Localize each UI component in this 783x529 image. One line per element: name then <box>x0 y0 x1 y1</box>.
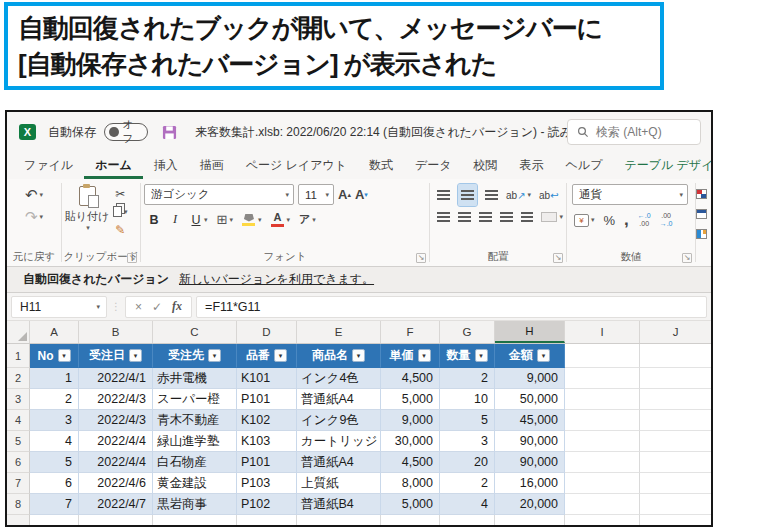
column-header-a[interactable]: A <box>30 321 79 343</box>
column-header-c[interactable]: C <box>153 321 237 343</box>
tab-review[interactable]: 校閲 <box>463 152 509 179</box>
filter-icon[interactable]: ▾ <box>274 349 287 362</box>
cell[interactable]: インク9色 <box>297 410 381 431</box>
cell[interactable]: K103 <box>237 431 297 452</box>
cell[interactable]: 普通紙B4 <box>297 494 381 515</box>
cell[interactable]: 9,000 <box>381 410 440 431</box>
message-bar-link[interactable]: 新しいバージョンを利用できます。 <box>179 271 374 288</box>
cell[interactable] <box>640 410 711 431</box>
cell[interactable]: 5,000 <box>381 494 440 515</box>
filter-icon[interactable]: ▾ <box>418 349 431 362</box>
filter-icon[interactable]: ▾ <box>537 349 550 362</box>
cell[interactable] <box>565 473 640 494</box>
column-header-d[interactable]: D <box>237 321 297 343</box>
cell[interactable]: 2022/4/1 <box>79 368 153 389</box>
cell[interactable]: 1 <box>30 368 79 389</box>
align-left-icon[interactable] <box>437 212 450 222</box>
tab-table-design[interactable]: テーブル デザイン <box>613 152 713 179</box>
cell[interactable]: 青木不動産 <box>153 410 237 431</box>
cell[interactable]: 2022/4/4 <box>79 452 153 473</box>
undo-button[interactable]: ↶ ▾ <box>10 184 58 206</box>
row-header-8[interactable]: 8 <box>7 494 30 515</box>
tab-help[interactable]: ヘルプ <box>555 152 614 179</box>
cell[interactable] <box>565 452 640 473</box>
cell[interactable]: 7 <box>30 494 79 515</box>
orientation-button[interactable]: ab↗ ▾ <box>506 190 531 201</box>
cell[interactable]: 普通紙A4 <box>297 389 381 410</box>
row-header-1[interactable]: 1 <box>7 344 30 368</box>
cell[interactable]: 16,000 <box>495 473 565 494</box>
column-header-h-selected[interactable]: H <box>495 321 565 343</box>
number-dialog-launcher[interactable]: ↘ <box>682 253 692 263</box>
cell[interactable] <box>640 473 711 494</box>
cell[interactable]: 8,000 <box>381 473 440 494</box>
row-header-6[interactable]: 6 <box>7 452 30 473</box>
font-dialog-launcher[interactable]: ↘ <box>416 253 426 263</box>
merge-center-button[interactable]: ▾ <box>541 212 563 222</box>
cell[interactable]: 5,000 <box>381 389 440 410</box>
tab-file[interactable]: ファイル <box>13 152 84 179</box>
comma-style-button[interactable]: , <box>624 217 629 224</box>
cell[interactable]: 90,000 <box>495 431 565 452</box>
cell[interactable]: 4,500 <box>381 368 440 389</box>
tab-draw[interactable]: 描画 <box>189 152 235 179</box>
row-header-7[interactable]: 7 <box>7 473 30 494</box>
phonetic-guide-button[interactable]: ア ▾ <box>299 212 316 227</box>
fill-color-button[interactable]: ▾ <box>242 214 262 226</box>
row-header-5[interactable]: 5 <box>7 431 30 452</box>
cell[interactable] <box>640 368 711 389</box>
cell[interactable] <box>565 344 640 368</box>
cell[interactable]: 2022/4/6 <box>79 473 153 494</box>
cell[interactable] <box>565 494 640 515</box>
cell[interactable]: 3 <box>30 410 79 431</box>
tab-view[interactable]: 表示 <box>509 152 555 179</box>
format-painter-button[interactable]: ✎ <box>113 222 128 237</box>
cell[interactable]: カートリッジ <box>297 431 381 452</box>
tab-insert[interactable]: 挿入 <box>143 152 189 179</box>
cell[interactable]: 45,000 <box>495 410 565 431</box>
cell[interactable]: 2022/4/3 <box>79 389 153 410</box>
cell-styles-icon[interactable] <box>696 229 707 239</box>
header-cell-item-code[interactable]: 品番▾ <box>237 344 297 368</box>
align-right-icon[interactable] <box>479 212 492 222</box>
header-cell-quantity[interactable]: 数量▾ <box>440 344 495 368</box>
cell[interactable]: P101 <box>237 452 297 473</box>
cell[interactable] <box>640 452 711 473</box>
format-as-table-icon[interactable] <box>696 209 707 219</box>
tab-formulas[interactable]: 数式 <box>358 152 404 179</box>
align-bottom-icon[interactable] <box>485 190 498 200</box>
increase-decimal-button[interactable]: ←.0 .00 <box>638 212 651 228</box>
header-cell-customer[interactable]: 受注先▾ <box>153 344 237 368</box>
cell[interactable] <box>440 515 495 527</box>
row-header-4[interactable]: 4 <box>7 410 30 431</box>
increase-font-size-button[interactable]: A▴ <box>338 187 351 202</box>
align-top-icon[interactable] <box>437 190 450 200</box>
header-cell-product[interactable]: 商品名▾ <box>297 344 381 368</box>
cell[interactable]: 2022/4/4 <box>79 431 153 452</box>
cell[interactable] <box>79 515 153 527</box>
cell[interactable] <box>381 515 440 527</box>
cell[interactable]: 10 <box>440 389 495 410</box>
tab-home[interactable]: ホーム <box>84 152 143 179</box>
column-header-b[interactable]: B <box>79 321 153 343</box>
cell[interactable]: 90,000 <box>495 452 565 473</box>
cell[interactable]: K102 <box>237 410 297 431</box>
cell[interactable]: 30,000 <box>381 431 440 452</box>
cell[interactable]: 黄金建設 <box>153 473 237 494</box>
cell[interactable]: 4 <box>30 431 79 452</box>
clipboard-dialog-launcher[interactable]: ↘ <box>127 253 137 263</box>
font-name-combo[interactable]: 游ゴシック ▾ <box>144 184 294 205</box>
cell[interactable]: 普通紙A4 <box>297 452 381 473</box>
cell[interactable]: 2022/4/7 <box>79 494 153 515</box>
filter-icon[interactable]: ▾ <box>208 349 221 362</box>
column-header-j[interactable]: J <box>640 321 711 343</box>
cell[interactable]: K101 <box>237 368 297 389</box>
cell[interactable]: 3 <box>440 431 495 452</box>
row-header-9[interactable] <box>7 515 30 527</box>
cell[interactable] <box>565 368 640 389</box>
cell[interactable] <box>565 515 640 527</box>
column-header-g[interactable]: G <box>440 321 495 343</box>
accounting-format-button[interactable]: ¥ ▾ <box>574 214 595 227</box>
filter-icon[interactable]: ▾ <box>129 349 142 362</box>
align-center-icon[interactable] <box>458 212 471 222</box>
